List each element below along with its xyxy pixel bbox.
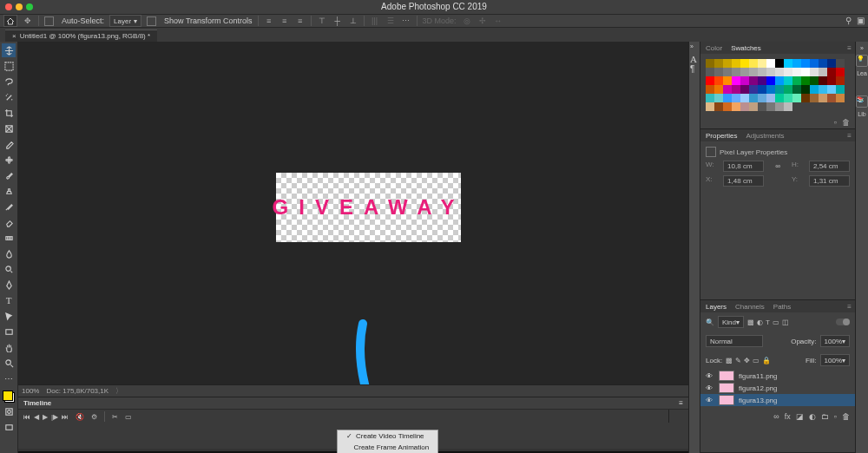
swatch[interactable]: [792, 94, 801, 102]
swatch[interactable]: [775, 94, 784, 102]
canvas[interactable]: GIVEAWAY: [18, 42, 688, 384]
layer-thumbnail[interactable]: [719, 371, 734, 381]
filter-shape-icon[interactable]: ▭: [773, 318, 779, 326]
swatch[interactable]: [784, 102, 792, 111]
doc-size[interactable]: Doc: 175,8K/703,1K: [46, 387, 108, 395]
artboard[interactable]: GIVEAWAY: [276, 173, 461, 242]
swatch[interactable]: [775, 102, 784, 111]
workspace-icon[interactable]: ▣: [857, 16, 865, 25]
swatch[interactable]: [827, 76, 836, 85]
hand-tool[interactable]: [2, 340, 16, 354]
swatch[interactable]: [714, 94, 723, 102]
swatches-tab[interactable]: Swatches: [731, 44, 761, 52]
expand-icon[interactable]: »: [860, 45, 864, 51]
swatch[interactable]: [792, 85, 801, 94]
eyedropper-tool[interactable]: [2, 137, 16, 151]
swatch[interactable]: [775, 59, 784, 68]
swatch[interactable]: [810, 59, 819, 68]
visibility-icon[interactable]: 👁: [706, 384, 714, 392]
fill-field[interactable]: 100% ▾: [820, 354, 850, 366]
swatch[interactable]: [740, 94, 749, 102]
align-center-icon[interactable]: ≡: [279, 16, 290, 26]
filter-pixel-icon[interactable]: ▩: [747, 318, 754, 326]
move-tool[interactable]: [2, 43, 16, 57]
swatch[interactable]: [732, 59, 740, 68]
search-icon[interactable]: ⚲: [845, 16, 852, 25]
swatch[interactable]: [775, 68, 784, 76]
swatch[interactable]: [836, 76, 845, 85]
dock-handle-icon[interactable]: »: [690, 43, 699, 52]
swatch[interactable]: [766, 94, 775, 102]
swatch[interactable]: [801, 59, 810, 68]
lock-icon[interactable]: 🔒: [762, 357, 771, 364]
swatch[interactable]: [758, 94, 766, 102]
lock-all-icon[interactable]: ▩: [726, 357, 733, 364]
align-left-icon[interactable]: ≡: [264, 16, 274, 26]
show-transform-checkbox[interactable]: [147, 16, 156, 26]
frame-tool[interactable]: [2, 121, 16, 135]
swatches-grid[interactable]: [700, 54, 855, 116]
character-panel-icon[interactable]: A: [690, 54, 699, 62]
close-tab-icon[interactable]: ×: [12, 32, 16, 40]
audio-icon[interactable]: 🔇: [76, 413, 84, 421]
layer-mask-icon[interactable]: ◪: [796, 412, 804, 421]
color-tab[interactable]: Color: [706, 44, 722, 52]
delete-swatch-icon[interactable]: 🗑: [842, 118, 850, 127]
swatch[interactable]: [706, 59, 714, 68]
lock-position-icon[interactable]: ✥: [744, 357, 750, 364]
magic-wand-tool[interactable]: [2, 90, 16, 104]
swatch[interactable]: [706, 102, 714, 111]
swatch[interactable]: [792, 59, 801, 68]
transition-icon[interactable]: ▭: [125, 413, 132, 421]
swatch[interactable]: [758, 76, 766, 85]
swatch[interactable]: [810, 85, 819, 94]
swatch[interactable]: [749, 85, 758, 94]
layer-style-icon[interactable]: fx: [785, 412, 791, 421]
swatch[interactable]: [784, 85, 792, 94]
swatch[interactable]: [827, 59, 836, 68]
y-field[interactable]: 1,31 cm: [809, 175, 850, 187]
edit-toolbar-icon[interactable]: ⋯: [2, 371, 16, 385]
pen-tool[interactable]: [2, 278, 16, 292]
quick-mask-icon[interactable]: [2, 404, 16, 418]
timeline-type-dropdown[interactable]: ✓Create Video Timeline Create Frame Anim…: [337, 430, 438, 453]
swatch[interactable]: [723, 76, 732, 85]
close-window-dot[interactable]: [5, 3, 12, 10]
minimize-window-dot[interactable]: [16, 3, 23, 10]
new-swatch-icon[interactable]: ▫: [834, 118, 837, 127]
link-wh-icon[interactable]: ∞: [773, 161, 783, 172]
zoom-level[interactable]: 100%: [22, 387, 39, 395]
learn-panel-icon[interactable]: 💡: [856, 55, 868, 67]
crop-tool[interactable]: [2, 106, 16, 120]
visibility-icon[interactable]: 👁: [706, 397, 714, 404]
layer-thumbnail[interactable]: [719, 383, 734, 393]
layer-row[interactable]: 👁figura12.png: [700, 382, 855, 394]
auto-select-dropdown[interactable]: Layer▾: [109, 15, 141, 27]
swatch[interactable]: [819, 68, 827, 76]
swatch[interactable]: [732, 94, 740, 102]
swatch[interactable]: [827, 94, 836, 102]
filter-type-icon[interactable]: T: [766, 318, 770, 326]
play-icon[interactable]: ▶: [43, 413, 48, 421]
filter-kind-dropdown[interactable]: Kind ▾: [718, 316, 744, 328]
swatch[interactable]: [749, 76, 758, 85]
zoom-tool[interactable]: [2, 356, 16, 370]
swatch[interactable]: [810, 76, 819, 85]
document-tab[interactable]: × Untitled1 @ 100% (figura13.png, RGB/8)…: [5, 30, 157, 42]
swatch[interactable]: [732, 85, 740, 94]
swatch[interactable]: [819, 76, 827, 85]
lock-artboard-icon[interactable]: ▭: [753, 357, 760, 364]
panel-menu-icon[interactable]: ≡: [679, 399, 683, 407]
paragraph-panel-icon[interactable]: ¶: [690, 64, 699, 73]
swatch[interactable]: [749, 59, 758, 68]
swatch[interactable]: [819, 59, 827, 68]
swatch[interactable]: [775, 76, 784, 85]
swatch[interactable]: [801, 76, 810, 85]
swatch[interactable]: [706, 94, 714, 102]
swatch[interactable]: [784, 76, 792, 85]
swatch[interactable]: [819, 94, 827, 102]
adjustment-layer-icon[interactable]: ◐: [809, 412, 816, 421]
swatch[interactable]: [810, 94, 819, 102]
swatch[interactable]: [706, 85, 714, 94]
swatch[interactable]: [732, 102, 740, 111]
